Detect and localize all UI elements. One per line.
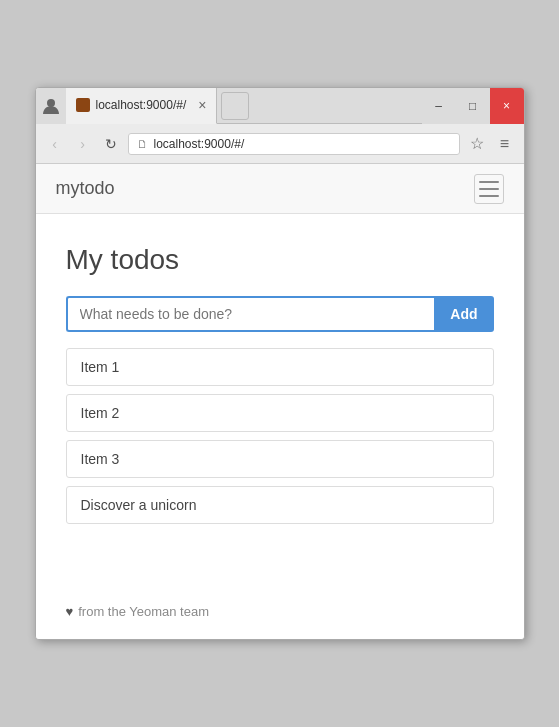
title-bar-controls: – □ ×: [422, 88, 524, 123]
address-bar: ‹ › ↻ 🗋 localhost:9000/#/ ☆ ≡: [36, 124, 524, 164]
app-content: mytodo My todos Add Item 1 Item 2: [36, 164, 524, 639]
minimize-button[interactable]: –: [422, 88, 456, 124]
maximize-button[interactable]: □: [456, 88, 490, 124]
new-tab-button[interactable]: [221, 92, 249, 120]
list-item: Item 2: [66, 394, 494, 432]
title-bar-left: localhost:9000/#/ ×: [36, 88, 422, 124]
svg-point-0: [47, 99, 55, 107]
page-title: My todos: [66, 244, 494, 276]
toggle-bar-1: [479, 181, 499, 183]
footer: ♥ from the Yeoman team: [36, 594, 524, 639]
back-button[interactable]: ‹: [44, 133, 66, 155]
navbar: mytodo: [36, 164, 524, 214]
todo-item-label: Item 2: [81, 405, 120, 421]
navbar-toggle-button[interactable]: [474, 174, 504, 204]
close-button[interactable]: ×: [490, 88, 524, 124]
main-content: My todos Add Item 1 Item 2 Item 3 Discov…: [36, 214, 524, 594]
user-icon: [36, 88, 66, 124]
heart-icon: ♥: [66, 604, 74, 619]
url-icon: 🗋: [137, 138, 148, 150]
title-bar: localhost:9000/#/ × – □ ×: [36, 88, 524, 124]
toggle-bar-2: [479, 188, 499, 190]
list-item: Item 1: [66, 348, 494, 386]
todo-list: Item 1 Item 2 Item 3 Discover a unicorn: [66, 348, 494, 524]
url-bar[interactable]: 🗋 localhost:9000/#/: [128, 133, 460, 155]
todo-item-label: Discover a unicorn: [81, 497, 197, 513]
browser-menu-button[interactable]: ≡: [494, 133, 516, 155]
tab-favicon: [76, 98, 90, 112]
bookmark-button[interactable]: ☆: [466, 133, 488, 155]
todo-input-group: Add: [66, 296, 494, 332]
browser-window: localhost:9000/#/ × – □ × ‹ › ↻ 🗋 localh…: [35, 87, 525, 640]
url-text: localhost:9000/#/: [154, 137, 245, 151]
tab-url-label: localhost:9000/#/: [96, 98, 187, 112]
add-button[interactable]: Add: [434, 296, 493, 332]
list-item: Discover a unicorn: [66, 486, 494, 524]
footer-text: from the Yeoman team: [78, 604, 209, 619]
navbar-brand: mytodo: [56, 178, 115, 199]
todo-input[interactable]: [66, 296, 435, 332]
browser-tab[interactable]: localhost:9000/#/ ×: [66, 88, 218, 124]
forward-button[interactable]: ›: [72, 133, 94, 155]
reload-button[interactable]: ↻: [100, 133, 122, 155]
toggle-bar-3: [479, 195, 499, 197]
list-item: Item 3: [66, 440, 494, 478]
tab-close-button[interactable]: ×: [198, 97, 206, 113]
todo-item-label: Item 1: [81, 359, 120, 375]
todo-item-label: Item 3: [81, 451, 120, 467]
